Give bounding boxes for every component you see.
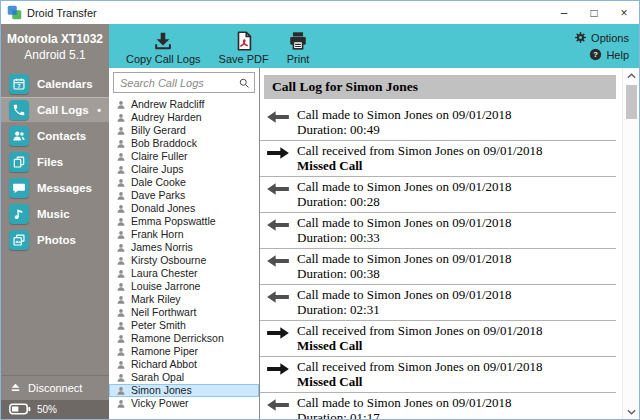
arrow-left-icon: [266, 218, 290, 232]
contact-row-ramone-derrickson[interactable]: Ramone Derrickson: [109, 332, 259, 345]
person-icon: [116, 113, 126, 123]
person-icon: [116, 399, 126, 409]
contact-row-dave-parks[interactable]: Dave Parks: [109, 189, 259, 202]
person-icon: [116, 256, 126, 266]
contact-name: Claire Jups: [131, 163, 184, 176]
contact-row-claire-jups[interactable]: Claire Jups: [109, 163, 259, 176]
person-icon: [116, 126, 126, 136]
contact-row-louise-jarrone[interactable]: Louise Jarrone: [109, 280, 259, 293]
battery-icon: [9, 403, 31, 415]
scroll-down-button[interactable]: [623, 404, 639, 419]
contact-row-richard-abbot[interactable]: Richard Abbot: [109, 358, 259, 371]
contact-name: Bob Braddock: [131, 137, 197, 150]
minimize-button[interactable]: –: [549, 1, 579, 24]
sidebar-item-files[interactable]: Files: [1, 149, 109, 175]
contact-name: Billy Gerard: [131, 124, 186, 137]
contact-row-laura-chester[interactable]: Laura Chester: [109, 267, 259, 280]
call-log-entries: Call made to Simon Jones on 09/01/2018Du…: [260, 105, 622, 419]
battery-status: 50%: [1, 400, 109, 419]
contact-name: Emma Popswattle: [131, 215, 216, 228]
contact-row-frank-horn[interactable]: Frank Horn: [109, 228, 259, 241]
search-icon[interactable]: [238, 77, 250, 89]
contact-row-dale-cooke[interactable]: Dale Cooke: [109, 176, 259, 189]
titlebar: Droid Transfer – □ ×: [1, 1, 639, 24]
contact-row-ramone-piper[interactable]: Ramone Piper: [109, 345, 259, 358]
save-pdf-button[interactable]: Save PDF: [210, 24, 278, 68]
contact-row-bob-braddock[interactable]: Bob Braddock: [109, 137, 259, 150]
call-entry-description: Call received from Simon Jones on 09/01/…: [297, 360, 543, 375]
close-button[interactable]: ×: [609, 1, 639, 24]
scroll-thumb[interactable]: [626, 85, 637, 119]
call-entry-detail: Duration: 00:38: [297, 267, 512, 282]
contact-row-sarah-opal[interactable]: Sarah Opal: [109, 371, 259, 384]
person-icon: [116, 373, 126, 383]
sidebar-item-call-logs[interactable]: Call Logs•: [1, 97, 109, 123]
call-entry-description: Call received from Simon Jones on 09/01/…: [297, 324, 543, 339]
contact-row-audrey-harden[interactable]: Audrey Harden: [109, 111, 259, 124]
print-button[interactable]: Print: [278, 24, 319, 68]
call-entry-description: Call made to Simon Jones on 09/01/2018: [297, 108, 512, 123]
call-log-entry-incoming: Call received from Simon Jones on 09/01/…: [260, 357, 616, 393]
options-button[interactable]: Options: [574, 31, 629, 44]
copy-call-logs-button[interactable]: Copy Call Logs: [117, 24, 210, 68]
contact-name: James Norris: [131, 241, 193, 254]
help-icon: ?: [589, 48, 602, 61]
message-icon: [9, 178, 29, 198]
pdf-icon: [233, 30, 255, 52]
contact-row-kirsty-osbourne[interactable]: Kirsty Osbourne: [109, 254, 259, 267]
call-log-entry-outgoing: Call made to Simon Jones on 09/01/2018Du…: [260, 177, 616, 213]
call-entry-description: Call made to Simon Jones on 09/01/2018: [297, 216, 512, 231]
contact-row-billy-gerard[interactable]: Billy Gerard: [109, 124, 259, 137]
svg-text:7: 7: [18, 83, 21, 89]
selected-dot: •: [97, 105, 101, 116]
person-icon: [116, 269, 126, 279]
person-icon: [116, 204, 126, 214]
contact-name: Dave Parks: [131, 189, 185, 202]
call-log-entry-outgoing: Call made to Simon Jones on 09/01/2018Du…: [260, 213, 616, 249]
call-log-entry-incoming: Call received from Simon Jones on 09/01/…: [260, 321, 616, 357]
call-entry-detail: Missed Call: [297, 339, 543, 354]
person-icon: [116, 152, 126, 162]
sidebar-item-label: Contacts: [37, 130, 86, 142]
arrow-left-icon: [266, 182, 290, 196]
call-entry-detail: Missed Call: [297, 375, 543, 390]
person-icon: [116, 217, 126, 227]
disconnect-button[interactable]: Disconnect: [1, 375, 109, 400]
contact-row-emma-popswattle[interactable]: Emma Popswattle: [109, 215, 259, 228]
contact-row-simon-jones[interactable]: Simon Jones: [109, 384, 259, 397]
call-log-header: Call Log for Simon Jones: [264, 75, 616, 99]
sidebar-item-calendars[interactable]: 7Calendars: [1, 71, 109, 97]
contact-row-claire-fuller[interactable]: Claire Fuller: [109, 150, 259, 163]
contact-row-andrew-radcliff[interactable]: Andrew Radcliff: [109, 98, 259, 111]
sidebar-item-label: Photos: [37, 234, 76, 246]
contact-row-james-norris[interactable]: James Norris: [109, 241, 259, 254]
person-icon: [116, 191, 126, 201]
svg-text:?: ?: [594, 50, 599, 59]
contact-name: Dale Cooke: [131, 176, 186, 189]
contact-row-donald-jones[interactable]: Donald Jones: [109, 202, 259, 215]
scroll-up-button[interactable]: [623, 68, 639, 83]
files-icon: [9, 152, 29, 172]
sidebar-item-photos[interactable]: Photos: [1, 227, 109, 253]
search-input[interactable]: [120, 77, 238, 89]
help-button[interactable]: ? Help: [589, 48, 629, 61]
contact-row-vicky-power[interactable]: Vicky Power: [109, 397, 259, 410]
sidebar-item-messages[interactable]: Messages: [1, 175, 109, 201]
scrollbar[interactable]: [622, 68, 639, 419]
call-log-entry-outgoing: Call made to Simon Jones on 09/01/2018Du…: [260, 285, 616, 321]
arrow-left-icon: [266, 110, 290, 124]
contact-row-mark-riley[interactable]: Mark Riley: [109, 293, 259, 306]
maximize-button[interactable]: □: [579, 1, 609, 24]
disconnect-label: Disconnect: [28, 382, 82, 394]
contact-row-peter-smith[interactable]: Peter Smith: [109, 319, 259, 332]
call-entry-detail: Duration: 00:33: [297, 231, 512, 246]
arrow-left-icon: [266, 290, 290, 304]
call-entry-description: Call made to Simon Jones on 09/01/2018: [297, 180, 512, 195]
contact-list-panel: Andrew RadcliffAudrey HardenBilly Gerard…: [109, 68, 260, 419]
person-icon: [116, 321, 126, 331]
contact-row-neil-forthwart[interactable]: Neil Forthwart: [109, 306, 259, 319]
sidebar-item-label: Files: [37, 156, 63, 168]
arrow-right-icon: [266, 362, 290, 376]
sidebar-item-music[interactable]: Music: [1, 201, 109, 227]
sidebar-item-contacts[interactable]: Contacts: [1, 123, 109, 149]
